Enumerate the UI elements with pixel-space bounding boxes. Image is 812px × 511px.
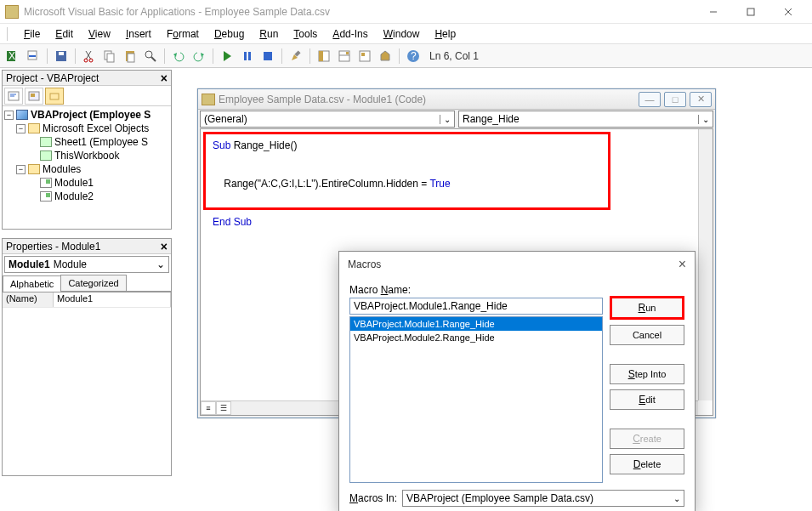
macros-dialog-close-button[interactable]: × (679, 257, 686, 272)
procedure-view-button[interactable]: ≡ (201, 401, 216, 415)
macro-name-input[interactable]: VBAProject.Module1.Range_Hide (349, 298, 603, 315)
main-toolbar: X ? Ln 6, Col 1 (0, 44, 812, 68)
tree-excel-objects[interactable]: Microsoft Excel Objects (43, 122, 149, 134)
svg-text:?: ? (411, 50, 417, 62)
menu-tools[interactable]: Tools (287, 26, 324, 42)
window-minimize-button[interactable] (695, 0, 732, 24)
code-window-title: Employee Sample Data.csv - Module1 (Code… (219, 94, 426, 105)
find-button[interactable] (141, 47, 160, 65)
chevron-down-icon: ⌄ (698, 115, 709, 124)
toggle-folders-button[interactable] (45, 88, 64, 105)
svg-rect-15 (107, 54, 114, 62)
window-close-button[interactable] (769, 0, 807, 24)
copy-button[interactable] (100, 47, 119, 65)
cut-button[interactable] (80, 47, 99, 65)
procedure-dropdown-value: Range_Hide (463, 113, 520, 125)
help-button[interactable]: ? (404, 47, 423, 65)
tree-modules-folder[interactable]: Modules (43, 163, 81, 175)
menu-debug[interactable]: Debug (207, 26, 251, 42)
save-button[interactable] (52, 47, 71, 65)
macros-in-dropdown[interactable]: VBAProject (Employee Sample Data.csv)⌄ (402, 490, 684, 507)
module-icon (40, 191, 52, 202)
props-tab-alphabetic[interactable]: Alphabetic (3, 275, 61, 292)
redo-button[interactable] (190, 47, 208, 65)
tree-vbaproject[interactable]: VBAProject (Employee S (31, 109, 150, 121)
design-mode-button[interactable] (287, 47, 305, 65)
svg-point-18 (145, 51, 152, 58)
menu-run[interactable]: Run (253, 26, 285, 42)
svg-rect-7 (29, 55, 36, 57)
macro-list-item[interactable]: VBAProject.Module1.Range_Hide (350, 317, 602, 331)
chevron-down-icon: ⌄ (673, 494, 680, 503)
tree-toggle-icon[interactable]: − (16, 165, 26, 174)
run-button[interactable]: Run (610, 296, 684, 320)
view-excel-button[interactable]: X (3, 47, 22, 65)
code-window-titlebar[interactable]: Employee Sample Data.csv - Module1 (Code… (198, 89, 715, 110)
procedure-dropdown[interactable]: Range_Hide⌄ (458, 111, 713, 128)
window-maximize-button[interactable] (732, 0, 769, 24)
project-explorer-button[interactable] (315, 47, 333, 65)
edit-button[interactable]: Edit (610, 389, 684, 410)
svg-rect-1 (747, 9, 754, 15)
object-browser-button[interactable] (355, 47, 374, 65)
menu-window[interactable]: Window (377, 26, 427, 42)
tree-module1[interactable]: Module1 (54, 177, 94, 189)
delete-button[interactable]: Delete (610, 454, 684, 474)
svg-rect-32 (346, 52, 349, 54)
view-object-button[interactable] (25, 88, 43, 105)
macro-list[interactable]: VBAProject.Module1.Range_Hide VBAProject… (349, 316, 603, 483)
tree-sheet1[interactable]: Sheet1 (Employee S (54, 136, 148, 148)
toolbox-button[interactable] (376, 47, 395, 65)
tree-thisworkbook[interactable]: ThisWorkbook (54, 150, 119, 162)
cancel-button[interactable]: Cancel (610, 325, 684, 345)
scrollbar-vertical[interactable] (698, 129, 713, 400)
tree-toggle-icon[interactable]: − (4, 111, 14, 120)
tree-toggle-icon[interactable]: − (16, 124, 26, 133)
svg-rect-17 (128, 54, 134, 62)
menu-view[interactable]: View (82, 26, 117, 42)
menu-bar: File Edit View Insert Format Debug Run T… (0, 24, 812, 44)
macro-name-label: Macro Name: (349, 284, 603, 296)
code-window-close-button[interactable]: ✕ (690, 92, 712, 107)
menu-edit[interactable]: Edit (48, 26, 80, 42)
menu-addins[interactable]: Add-Ins (326, 26, 374, 42)
view-code-button[interactable] (4, 88, 23, 105)
undo-button[interactable] (169, 47, 188, 65)
svg-rect-27 (294, 50, 300, 56)
vba-app-icon (5, 5, 19, 19)
folder-icon (28, 164, 40, 174)
create-button: Create (610, 429, 684, 449)
svg-text:X: X (9, 50, 15, 62)
props-object-type: Module (54, 258, 87, 270)
props-object-name: Module1 (9, 258, 50, 270)
code-window-minimize-button[interactable]: — (639, 92, 661, 107)
props-tab-categorized[interactable]: Categorized (60, 275, 126, 291)
project-pane-close-button[interactable]: × (161, 71, 168, 85)
properties-window-button[interactable] (335, 47, 354, 65)
project-tree[interactable]: −VBAProject (Employee S −Microsoft Excel… (3, 106, 171, 229)
break-button[interactable] (238, 47, 257, 65)
menu-help[interactable]: Help (428, 26, 463, 42)
paste-button[interactable] (121, 47, 139, 65)
step-into-button[interactable]: Step Into (610, 364, 684, 384)
menu-file[interactable]: File (17, 26, 47, 42)
tree-module2[interactable]: Module2 (54, 190, 94, 202)
object-dropdown[interactable]: (General)⌄ (200, 111, 455, 128)
chevron-down-icon: ⌄ (440, 115, 451, 124)
menu-format[interactable]: Format (160, 26, 206, 42)
scrollbar-vertical[interactable] (715, 135, 730, 408)
object-dropdown-value: (General) (204, 113, 247, 125)
macro-list-item[interactable]: VBAProject.Module2.Range_Hide (350, 331, 602, 344)
reset-button[interactable] (258, 47, 277, 65)
menu-insert[interactable]: Insert (119, 26, 158, 42)
run-button[interactable] (218, 47, 236, 65)
properties-object-select[interactable]: Module1 Module ⌄ (4, 256, 169, 273)
props-row-name-value[interactable]: Module1 (54, 292, 171, 307)
code-window-maximize-button[interactable]: □ (664, 92, 686, 107)
insert-dropdown[interactable] (24, 47, 43, 65)
macros-dialog-titlebar[interactable]: Macros × (339, 252, 695, 277)
module-window-icon (202, 94, 215, 105)
properties-pane-close-button[interactable]: × (161, 240, 168, 253)
workbook-icon (40, 150, 52, 161)
full-module-view-button[interactable]: ☰ (216, 401, 231, 415)
